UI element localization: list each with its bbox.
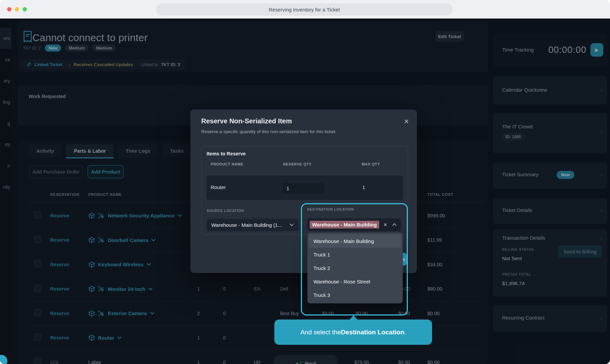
modal-title: Reserve Non-Serialized Item xyxy=(201,117,292,125)
reserve-item-row: Router 1 xyxy=(207,176,403,200)
destination-selected-text: Warehouse - Main Building xyxy=(310,221,379,229)
close-window-icon[interactable] xyxy=(7,7,11,11)
chevron-up-icon[interactable] xyxy=(392,223,397,226)
destination-location-label: DESTINATION LOCATION xyxy=(307,207,354,211)
destination-option[interactable]: Warehouse - Rose Street xyxy=(309,275,401,288)
max-qty-value: 1 xyxy=(362,184,365,190)
modal-col-reserve-qty: RESERVE QTY xyxy=(283,162,312,166)
destination-option[interactable]: Warehouse - Main Building xyxy=(309,234,401,248)
destination-location-combobox[interactable]: Warehouse - Main Building ✕ xyxy=(307,218,401,231)
destination-option[interactable]: Truck 1 xyxy=(309,248,401,261)
destination-option[interactable]: Truck 2 xyxy=(309,261,401,275)
reserve-product-name: Router xyxy=(211,184,226,190)
modal-col-max-qty: MAX QTY xyxy=(362,162,380,166)
source-location-label: SOURCE LOCATION xyxy=(207,209,244,213)
reserve-qty-input[interactable] xyxy=(282,183,325,193)
items-to-reserve-title: Items to Reserve xyxy=(207,151,246,156)
guide-tooltip: And select the Destination Location. xyxy=(274,320,432,345)
window-title: Reserving Inventory for a Ticket xyxy=(156,3,453,16)
destination-option[interactable]: Truck 3 xyxy=(309,288,401,302)
modal-subtitle: Reserve a specific quantity of this non-… xyxy=(201,129,336,134)
window-titlebar: Reserving Inventory for a Ticket xyxy=(0,0,610,19)
source-location-select[interactable]: Warehouse - Main Building (1... xyxy=(207,219,299,231)
chevron-down-icon xyxy=(289,223,294,226)
clear-icon[interactable]: ✕ xyxy=(383,222,388,228)
destination-options-list: Warehouse - Main Building Truck 1 Truck … xyxy=(307,233,403,303)
app-window: Reserving Inventory for a Ticket ers ce … xyxy=(0,0,610,364)
minimize-window-icon[interactable] xyxy=(15,7,19,11)
app-area: ers ce ory ling g rts n nity xyxy=(0,19,610,364)
close-icon[interactable]: ✕ xyxy=(402,117,411,126)
zoom-window-icon[interactable] xyxy=(23,7,27,11)
modal-col-product: PRODUCT NAME xyxy=(211,162,243,166)
tooltip-pointer xyxy=(349,315,358,320)
